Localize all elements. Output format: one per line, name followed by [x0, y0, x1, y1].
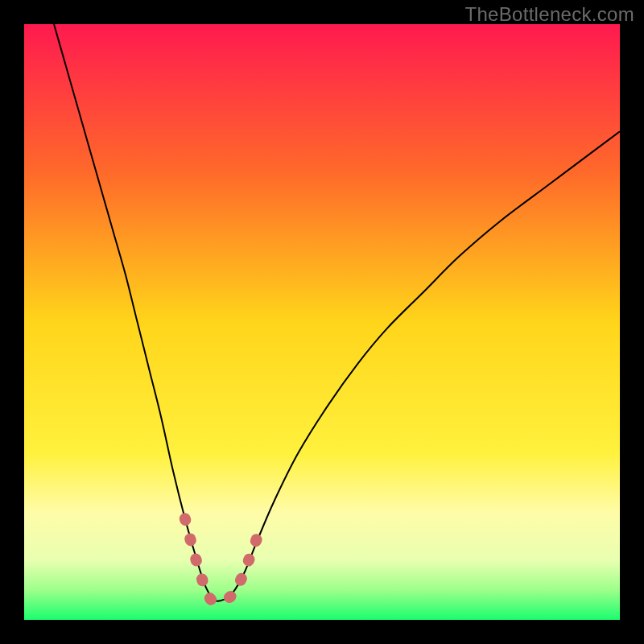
plot-background: [24, 24, 620, 620]
chart-container: TheBottleneck.com: [0, 0, 644, 644]
plot-svg: [24, 24, 620, 620]
plot-frame: [24, 24, 620, 620]
watermark-text: TheBottleneck.com: [464, 3, 634, 26]
